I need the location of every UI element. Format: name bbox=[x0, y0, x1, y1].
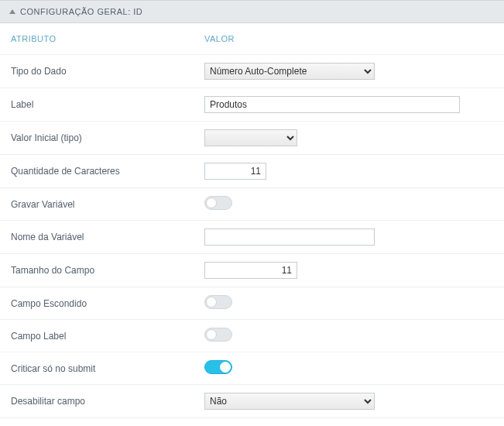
row-save-var: Gravar Variável bbox=[0, 188, 504, 221]
row-validate-submit: Criticar só no submit ✓ bbox=[0, 352, 504, 385]
label-initial-value: Valor Inicial (tipo) bbox=[0, 122, 194, 155]
row-char-qty: Quantidade de Caracteres bbox=[0, 155, 504, 188]
label-validate-submit: Criticar só no submit bbox=[0, 352, 194, 385]
input-var-name[interactable] bbox=[204, 228, 375, 246]
toggle-label-field[interactable] bbox=[204, 328, 232, 342]
config-table: ATRIBUTO VALOR Tipo do Dado Número Auto-… bbox=[0, 23, 504, 426]
label-save-var: Gravar Variável bbox=[0, 188, 194, 221]
input-label[interactable] bbox=[204, 96, 460, 113]
input-char-qty[interactable] bbox=[204, 163, 266, 180]
label-var-name: Nome da Variável bbox=[0, 221, 194, 254]
col-attribute: ATRIBUTO bbox=[0, 23, 194, 55]
input-field-size[interactable] bbox=[204, 262, 297, 279]
toggle-validate-submit[interactable]: ✓ bbox=[204, 360, 232, 374]
row-label: Label bbox=[0, 88, 504, 122]
row-disable-field: Desabilitar campo Não bbox=[0, 385, 504, 418]
row-html-type: Tipo HTML TEXT bbox=[0, 418, 504, 427]
panel-header[interactable]: CONFIGURAÇÃO GERAL: ID bbox=[0, 0, 504, 23]
row-hidden-field: Campo Escondido bbox=[0, 287, 504, 320]
select-data-type[interactable]: Número Auto-Complete bbox=[204, 63, 375, 80]
row-data-type: Tipo do Dado Número Auto-Complete bbox=[0, 55, 504, 88]
select-disable-field[interactable]: Não bbox=[204, 393, 375, 410]
label-label-field: Campo Label bbox=[0, 320, 194, 352]
label-html-type: Tipo HTML bbox=[0, 418, 194, 427]
value-html-type: TEXT bbox=[194, 418, 504, 427]
label-field-size: Tamanho do Campo bbox=[0, 254, 194, 287]
select-initial-value[interactable] bbox=[204, 129, 297, 146]
row-var-name: Nome da Variável bbox=[0, 221, 504, 254]
collapse-icon bbox=[9, 9, 15, 14]
toggle-hidden-field[interactable] bbox=[204, 295, 232, 309]
col-value: VALOR bbox=[194, 23, 504, 55]
row-initial-value: Valor Inicial (tipo) bbox=[0, 122, 504, 155]
label-char-qty: Quantidade de Caracteres bbox=[0, 155, 194, 188]
label-data-type: Tipo do Dado bbox=[0, 55, 194, 88]
label-hidden-field: Campo Escondido bbox=[0, 287, 194, 320]
row-field-size: Tamanho do Campo bbox=[0, 254, 504, 287]
panel-title: CONFIGURAÇÃO GERAL: ID bbox=[20, 7, 142, 16]
toggle-save-var[interactable] bbox=[204, 196, 232, 210]
row-label-field: Campo Label bbox=[0, 320, 504, 352]
label-label: Label bbox=[0, 88, 194, 122]
label-disable-field: Desabilitar campo bbox=[0, 385, 194, 418]
